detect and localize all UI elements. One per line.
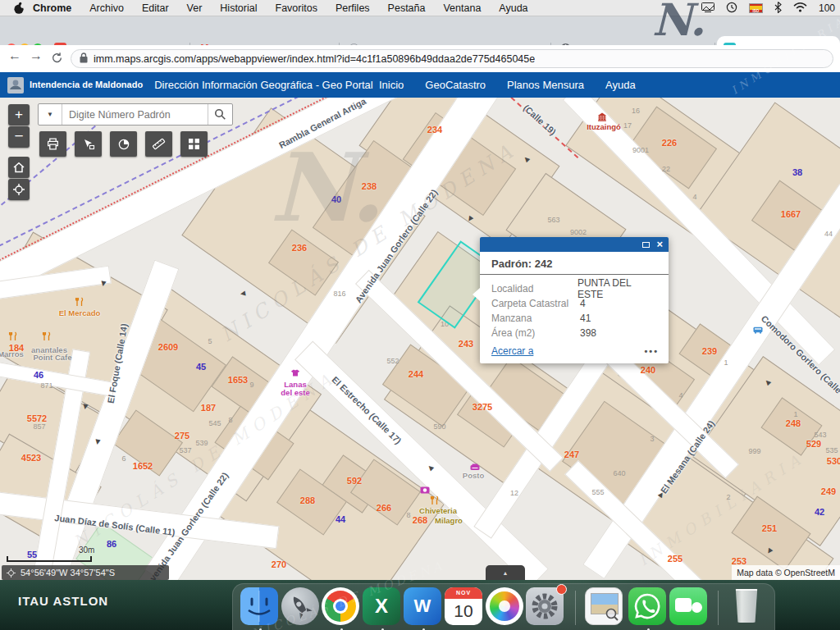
dock-divider	[718, 591, 719, 625]
dock-excel-icon[interactable]: X	[363, 587, 400, 625]
parcel-number: 266	[377, 503, 391, 513]
poi-food-icon	[75, 295, 84, 305]
locate-button[interactable]	[8, 179, 30, 200]
minor-number: 9001	[632, 146, 649, 154]
one-way-arrow-icon: ▶	[240, 290, 245, 298]
geoportal-brand[interactable]: Intendencia de Maldonado	[7, 76, 143, 94]
select-tool-button[interactable]	[75, 131, 102, 157]
time-machine-icon[interactable]	[726, 2, 737, 16]
poi-transport-icon	[753, 322, 763, 332]
dock-launchpad-icon[interactable]	[281, 587, 319, 625]
minor-number: 9	[249, 381, 253, 389]
nav-ayuda[interactable]: Ayuda	[605, 79, 636, 91]
grid-tool-button[interactable]	[180, 131, 208, 157]
menu-pestaña[interactable]: Pestaña	[388, 2, 426, 14]
zoom-to-link[interactable]: Acercar a	[491, 345, 533, 357]
dock-chrome-icon[interactable]	[322, 587, 359, 625]
popup-more-actions[interactable]: •••	[644, 346, 659, 356]
dock-settings-icon[interactable]	[526, 587, 564, 625]
menu-ver[interactable]: Ver	[187, 2, 203, 14]
minor-number: 999	[748, 447, 760, 455]
home-button[interactable]	[8, 157, 30, 178]
address-number: 38	[792, 167, 802, 177]
back-button[interactable]: ←	[8, 48, 21, 63]
macos-dock: XWNOV10	[232, 583, 775, 630]
ruler-tool-button[interactable]	[145, 131, 172, 157]
map-canvas[interactable]: Rambla General ArtigaAvenida Juan Gorler…	[0, 98, 840, 580]
dock-photos-icon[interactable]	[486, 587, 523, 625]
dock-trash-icon[interactable]	[728, 587, 765, 625]
apple-menu-icon[interactable]	[13, 2, 25, 17]
keyboard-layout-flag-icon[interactable]: ISO	[749, 3, 763, 13]
parcel-number: 187	[201, 403, 216, 413]
menu-chrome[interactable]: Chrome	[33, 2, 71, 14]
parcel-number: 247	[564, 450, 579, 459]
dock-whatsapp-icon[interactable]	[628, 587, 666, 625]
calendar-day: 10	[445, 599, 482, 623]
parcel-number: 243	[459, 339, 473, 349]
popup-field-row: Área (m2)398	[491, 326, 657, 340]
geoportal-nav: InicioGeoCatastroPlanos MensuraAyuda	[379, 79, 636, 91]
search-input[interactable]	[62, 104, 208, 125]
print-tool-button[interactable]	[39, 131, 66, 157]
menu-favoritos[interactable]: Favoritos	[276, 2, 317, 14]
popup-close-icon[interactable]: ×	[656, 239, 663, 249]
nav-inicio[interactable]: Inicio	[379, 79, 404, 91]
dock-calendar-icon[interactable]: NOV10	[445, 587, 482, 625]
minor-number: 22	[662, 165, 670, 173]
parcel-number: 4523	[21, 453, 41, 463]
minor-number: 545	[208, 419, 221, 427]
parcel-number: 2609	[158, 342, 178, 352]
poi-label: Chiveteria	[419, 506, 457, 515]
nav-geocatastro[interactable]: GeoCatastro	[425, 79, 486, 91]
parcel-number: 251	[762, 523, 777, 533]
map-attribution: Map data © OpenStreetM	[732, 565, 840, 580]
minor-number: 9002	[570, 228, 587, 236]
poi-label: Milagro	[435, 516, 463, 525]
address-bar[interactable]: imm.maps.arcgis.com/apps/webappviewer/in…	[71, 49, 833, 68]
search-type-dropdown[interactable]: ▼	[39, 104, 62, 125]
nav-planos-mensura[interactable]: Planos Mensura	[507, 79, 584, 91]
menu-ayuda[interactable]: Ayuda	[499, 2, 527, 14]
address-number: 40	[331, 194, 341, 204]
address-number: 46	[34, 370, 43, 380]
popup-field-row: LocalidadPUNTA DEL ESTE	[491, 281, 657, 296]
address-number: 45	[196, 362, 206, 372]
parcel-number: 255	[668, 554, 682, 564]
dock-preview-icon[interactable]	[585, 587, 623, 625]
popup-fields: LocalidadPUNTA DEL ESTECarpeta Catastral…	[480, 275, 669, 340]
address-number: 42	[815, 507, 824, 517]
field-value: 41	[580, 313, 591, 324]
calendar-month: NOV	[445, 587, 482, 599]
reload-button[interactable]	[51, 52, 63, 67]
menu-perfiles[interactable]: Perfiles	[336, 2, 370, 14]
attribute-table-toggle[interactable]: ▲	[486, 565, 525, 580]
dock-facetime-icon[interactable]	[669, 587, 707, 625]
bluetooth-icon[interactable]	[774, 2, 782, 16]
chart-tool-button[interactable]	[110, 131, 137, 157]
battery-percent: 100	[819, 2, 835, 14]
coordinates-text: 54°56'49"W 34°57'54"S	[21, 568, 115, 578]
menu-historial[interactable]: Historial	[220, 2, 257, 14]
parcel-number: 288	[300, 495, 315, 505]
parcel-number: 234	[427, 125, 442, 135]
zoom-in-button[interactable]: +	[8, 104, 30, 126]
search-button[interactable]	[208, 104, 232, 125]
dock-finder-icon[interactable]	[240, 587, 278, 625]
minor-number: 6	[121, 454, 126, 463]
poi-food-icon	[8, 330, 18, 340]
menu-archivo[interactable]: Archivo	[89, 2, 124, 14]
menu-ventana[interactable]: Ventana	[443, 2, 481, 14]
menu-editar[interactable]: Editar	[142, 2, 169, 14]
coordinates-widget[interactable]: 54°56'49"W 34°57'54"S	[2, 565, 169, 580]
popup-maximize-icon[interactable]	[642, 242, 650, 248]
minor-number: 555	[591, 488, 604, 496]
screen-mirroring-icon[interactable]	[701, 2, 714, 15]
wifi-icon[interactable]	[793, 2, 807, 15]
zoom-out-button[interactable]: −	[8, 126, 30, 148]
poi-food-icon	[42, 330, 52, 340]
parcel-number: 592	[347, 476, 362, 486]
parcel-number: 1667	[781, 209, 801, 219]
dock-word-icon[interactable]: W	[404, 587, 441, 625]
forward-button[interactable]: →	[30, 48, 43, 63]
